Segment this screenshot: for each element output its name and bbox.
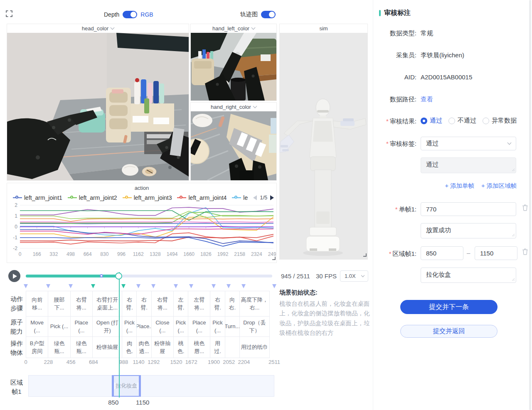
- timeline-marker-icon[interactable]: [24, 284, 28, 288]
- hand-right-camera-selector[interactable]: hand_right_color: [191, 103, 276, 111]
- legend-next-icon[interactable]: [270, 195, 274, 200]
- legend-item[interactable]: left_arm_joint2: [68, 194, 117, 201]
- timeline-axis-label: 1140: [133, 359, 145, 365]
- svg-text:1162: 1162: [133, 251, 144, 257]
- playback-handle[interactable]: [115, 273, 122, 280]
- timeline-axis-label: 2052: [223, 359, 235, 365]
- region-end-input[interactable]: [475, 246, 517, 260]
- timeline-cell: 桃色.: [173, 336, 188, 358]
- scene-text: 梳妆台在机器人前，化妆盒在桌面上，化妆盒的侧边摆放着物品，化妆品，护肤品盒垃圾在…: [279, 299, 371, 338]
- svg-text:1826: 1826: [200, 251, 212, 257]
- timeline-cell: Pick (...: [48, 316, 70, 337]
- review-result-option[interactable]: 异常数据: [483, 117, 517, 125]
- timeline-marker-icon[interactable]: [46, 284, 50, 288]
- collector-label: 采集员:: [373, 52, 416, 59]
- region-start-label: 850: [108, 399, 118, 406]
- timeline-cell: 向右.: [225, 291, 240, 317]
- timeline-marker-icon[interactable]: [121, 284, 126, 288]
- svg-text:-1: -1: [13, 235, 17, 241]
- trajectory-label: 轨迹图: [240, 11, 258, 18]
- action-chart-panel: action left_arm_joint1left_arm_joint2lef…: [7, 183, 277, 263]
- add-frame-links: + 添加单帧 + 添加区域帧: [421, 182, 517, 190]
- single-frame-note[interactable]: 放置成功: [421, 223, 516, 238]
- timeline-marker-icon[interactable]: [174, 284, 178, 288]
- rgb-label: RGB: [140, 11, 153, 18]
- submit-next-button[interactable]: 提交并下一条: [400, 300, 498, 314]
- svg-text:996: 996: [117, 251, 126, 257]
- legend-item[interactable]: left_arm_joint3: [123, 194, 172, 201]
- svg-text:0: 0: [19, 251, 22, 257]
- review-panel-title: 审核标注: [379, 9, 411, 17]
- single-frame-input[interactable]: [421, 202, 516, 216]
- legend-item-label: left_arm_joint3: [134, 194, 172, 201]
- resize-handle-icon[interactable]: [512, 278, 515, 281]
- delete-single-frame-icon[interactable]: [522, 204, 528, 213]
- scene-initial-state: 场景初始状态: 梳妆台在机器人前，化妆盒在桌面上，化妆盒的侧边摆放着物品，化妆品…: [279, 289, 371, 338]
- scrollbar[interactable]: [529, 0, 531, 410]
- timeline-marker-icon[interactable]: [69, 284, 73, 288]
- timeline-marker-icon[interactable]: [189, 284, 193, 288]
- timeline-cell: 肉色.: [122, 336, 137, 358]
- chart-series-line: [20, 226, 273, 227]
- add-region-frame-link[interactable]: + 添加区域帧: [481, 182, 517, 190]
- timeline-cell: 高度下降，右...: [239, 291, 270, 317]
- sim-panel-title: sim: [280, 24, 367, 33]
- timeline-marker-icon[interactable]: [212, 284, 216, 288]
- timeline-cell: 腰部下...: [48, 291, 70, 317]
- timeline-cell: 右臂.: [210, 291, 225, 317]
- frame-counter: 945 / 2511: [281, 273, 310, 280]
- timeline-marker-icon[interactable]: [227, 284, 231, 288]
- timeline-marker-icon[interactable]: [272, 284, 276, 288]
- delete-region-frame-icon[interactable]: [522, 248, 528, 257]
- region-frame-band[interactable]: 拉化妆盒: [112, 375, 141, 397]
- timeline-marker-icon[interactable]: [136, 284, 140, 288]
- collector-value: 李轶晨(liyichen): [421, 52, 464, 59]
- sim-robot-image: [280, 33, 367, 259]
- panel-divider: [373, 0, 373, 410]
- data-path-link[interactable]: 查看: [421, 96, 433, 103]
- timeline-axis-label: 228: [44, 359, 53, 365]
- radio-icon: [448, 118, 455, 124]
- playback-slider[interactable]: [26, 275, 272, 277]
- timeline-axis-label: 456: [66, 359, 76, 365]
- depth-rgb-toggle[interactable]: [123, 11, 137, 18]
- resize-handle-icon[interactable]: [512, 168, 515, 172]
- timeline-cell: 绿色瓶...: [48, 336, 70, 358]
- region-start-input[interactable]: [421, 246, 463, 260]
- region-frame-note[interactable]: 拉化妆盒: [421, 268, 516, 283]
- timeline-axis-label: 2204: [238, 359, 250, 365]
- region-frame-track[interactable]: 拉化妆盒: [28, 375, 274, 397]
- panel-resize-icon[interactable]: [271, 254, 276, 262]
- svg-text:332: 332: [49, 251, 58, 257]
- single-frame-note-wrap: 放置成功: [421, 223, 516, 238]
- timeline-cell: B户型房间: [26, 336, 48, 358]
- radio-icon: [483, 118, 489, 124]
- legend-item[interactable]: left_arm_joint1: [13, 194, 62, 201]
- head-camera-selector[interactable]: head_color: [7, 24, 189, 33]
- add-single-frame-link[interactable]: + 添加单帧: [445, 182, 475, 190]
- speed-select[interactable]: 1.0X: [340, 270, 368, 282]
- review-result-option[interactable]: 通过: [421, 117, 442, 125]
- timeline-marker-icon[interactable]: [151, 284, 155, 288]
- legend-series-icon: [68, 196, 77, 200]
- legend-item[interactable]: left_arm_joint4: [177, 194, 227, 201]
- review-tag-note[interactable]: 通过: [421, 157, 516, 173]
- play-button[interactable]: [8, 270, 20, 282]
- review-tag-select[interactable]: 通过: [421, 137, 516, 150]
- legend-prev-icon[interactable]: [253, 195, 257, 200]
- timeline-axis-label: 684: [89, 359, 98, 365]
- panel-resize-icon[interactable]: [362, 251, 367, 258]
- timeline-marker-icon[interactable]: [91, 284, 95, 288]
- review-tag-note-wrap: 通过: [421, 157, 516, 173]
- timeline-marker-icon[interactable]: [241, 284, 246, 288]
- fullscreen-icon[interactable]: [6, 10, 12, 19]
- timeline-cell: 绿色瓶...: [70, 336, 93, 358]
- submit-return-button[interactable]: 提交并返回: [400, 325, 498, 338]
- hand-left-camera-selector[interactable]: hand_left_color: [191, 24, 276, 33]
- resize-handle-icon[interactable]: [512, 233, 515, 237]
- trajectory-toggle[interactable]: [261, 11, 276, 18]
- legend-pager: 1/5: [253, 194, 274, 201]
- review-result-option[interactable]: 不通过: [448, 117, 476, 125]
- legend-item[interactable]: le: [232, 194, 248, 201]
- play-icon: [13, 274, 17, 279]
